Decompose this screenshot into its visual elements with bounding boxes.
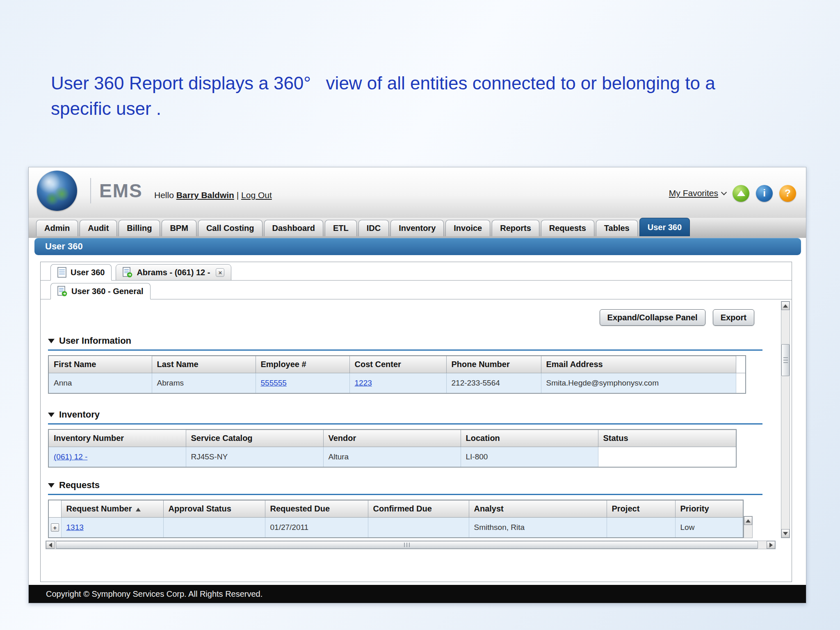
table-row: (061) 12 - RJ45S-NY Altura LI-800 xyxy=(48,447,736,468)
scroll-left-button[interactable] xyxy=(46,541,55,549)
requests-table: Request Number Approval Status Requested… xyxy=(48,500,744,538)
my-favorites-link[interactable]: My Favorites xyxy=(669,188,726,198)
tab-reports[interactable]: Reports xyxy=(492,220,539,236)
subtab-strip: User 360 - General xyxy=(41,281,792,299)
column-analyst[interactable]: Analyst xyxy=(469,500,607,518)
horizontal-scrollbar[interactable] xyxy=(46,541,776,549)
column-last-name[interactable]: Last Name xyxy=(152,356,256,373)
workspace-tabstrip: User 360 Abrams - (061) 12 - × xyxy=(41,262,792,281)
tab-requests[interactable]: Requests xyxy=(541,220,594,236)
section-rule xyxy=(48,423,762,425)
logout-link[interactable]: Log Out xyxy=(241,190,272,200)
vertical-scrollbar[interactable] xyxy=(781,301,790,538)
section-header-requests[interactable]: Requests xyxy=(48,480,100,491)
tab-invoice[interactable]: Invoice xyxy=(445,220,490,236)
greeting: Hello Barry Baldwin | Log Out xyxy=(154,190,272,200)
scroll-up-button[interactable] xyxy=(781,301,790,310)
breadcrumb-bar: User 360 xyxy=(34,238,801,255)
subtab-general[interactable]: User 360 - General xyxy=(50,283,151,299)
table-header-row: Inventory Number Service Catalog Vendor … xyxy=(48,429,736,447)
user-information-table: First Name Last Name Employee # Cost Cen… xyxy=(48,355,746,394)
workspace-tab-label: User 360 xyxy=(71,268,105,277)
cell-location: LI-800 xyxy=(461,447,598,468)
column-priority[interactable]: Priority xyxy=(675,500,743,518)
cost-center-link[interactable]: 1223 xyxy=(355,379,372,387)
tab-inventory[interactable]: Inventory xyxy=(390,220,444,236)
cell-analyst: Smithson, Rita xyxy=(469,518,607,538)
subtab-label: User 360 - General xyxy=(71,287,144,296)
tab-idc[interactable]: IDC xyxy=(358,220,389,236)
tab-dashboard[interactable]: Dashboard xyxy=(264,220,323,236)
column-first-name[interactable]: First Name xyxy=(48,356,152,373)
column-email-address[interactable]: Email Address xyxy=(541,356,736,373)
horizontal-scroll-thumb[interactable] xyxy=(56,541,758,549)
panel-actions: Expand/Collapse Panel Export xyxy=(600,309,754,326)
requests-scroll-up-button[interactable] xyxy=(744,516,752,525)
table-row: Anna Abrams 555555 1223 212-233-5564 Smi… xyxy=(48,373,746,394)
column-request-number[interactable]: Request Number xyxy=(61,500,163,518)
copyright-text: Copyright © Symphony Services Corp. All … xyxy=(46,589,262,599)
request-number-link[interactable]: 1313 xyxy=(66,523,84,532)
tab-etl[interactable]: ETL xyxy=(325,220,357,236)
workspace-tab-user360[interactable]: User 360 xyxy=(50,264,112,281)
tab-audit[interactable]: Audit xyxy=(80,220,117,236)
inventory-number-link[interactable]: (061) 12 - xyxy=(54,452,87,461)
cell-vendor: Altura xyxy=(323,447,461,468)
table-header-row: Request Number Approval Status Requested… xyxy=(48,500,743,518)
collapse-triangle-icon xyxy=(48,483,55,488)
tab-bpm[interactable]: BPM xyxy=(162,220,196,236)
tab-admin[interactable]: Admin xyxy=(36,220,78,236)
column-approval-status[interactable]: Approval Status xyxy=(163,500,265,518)
column-cost-center[interactable]: Cost Center xyxy=(349,356,446,373)
cell-last-name: Abrams xyxy=(152,373,256,394)
expand-column-header xyxy=(48,500,61,518)
cell-first-name: Anna xyxy=(48,373,152,394)
cell-requested-due: 01/27/2011 xyxy=(265,518,368,538)
column-location[interactable]: Location xyxy=(461,429,598,447)
column-confirmed-due[interactable]: Confirmed Due xyxy=(368,500,469,518)
column-status[interactable]: Status xyxy=(598,429,736,447)
caption-text: User 360 Report displays a 360° view of … xyxy=(51,71,789,121)
export-button[interactable]: Export xyxy=(713,309,754,326)
column-employee-number[interactable]: Employee # xyxy=(256,356,349,373)
column-vendor[interactable]: Vendor xyxy=(323,429,461,447)
column-phone-number[interactable]: Phone Number xyxy=(446,356,541,373)
scroll-right-button[interactable] xyxy=(767,541,775,549)
tab-billing[interactable]: Billing xyxy=(119,220,160,236)
tab-tables[interactable]: Tables xyxy=(596,220,638,236)
document-icon xyxy=(57,267,66,278)
table-row: + 1313 01/27/2011 Smithson, Rita Low xyxy=(48,518,743,538)
tab-user-360[interactable]: User 360 xyxy=(639,218,690,236)
requests-scrollbar[interactable] xyxy=(744,516,753,538)
section-title: Inventory xyxy=(59,409,100,420)
section-title: Requests xyxy=(59,480,100,491)
cell-confirmed-due xyxy=(368,518,469,538)
tab-call-costing[interactable]: Call Costing xyxy=(198,220,262,236)
cell-cost-center: 1223 xyxy=(349,373,446,394)
section-header-user-information[interactable]: User Information xyxy=(48,336,131,346)
help-icon[interactable]: ? xyxy=(779,185,796,202)
user-name-link[interactable]: Barry Baldwin xyxy=(176,190,234,200)
expand-collapse-button[interactable]: Expand/Collapse Panel xyxy=(600,309,705,326)
column-project[interactable]: Project xyxy=(607,500,675,518)
close-icon[interactable]: × xyxy=(216,268,224,277)
column-inventory-number[interactable]: Inventory Number xyxy=(48,429,186,447)
content-frame: User 360 Abrams - (061) 12 - × User 360 … xyxy=(40,262,792,582)
greeting-separator: | xyxy=(237,190,239,200)
cell-email-address: Smita.Hegde@symphonysv.com xyxy=(541,373,736,394)
vertical-scroll-thumb[interactable] xyxy=(781,344,790,376)
section-header-inventory[interactable]: Inventory xyxy=(48,409,100,420)
employee-number-link[interactable]: 555555 xyxy=(261,379,287,387)
cell-status xyxy=(598,447,736,468)
app-logo: EMS xyxy=(90,178,143,203)
expand-row-icon[interactable]: + xyxy=(51,523,59,532)
scroll-down-button[interactable] xyxy=(781,529,790,538)
info-icon[interactable]: i xyxy=(756,185,773,202)
my-favorites-label: My Favorites xyxy=(669,188,718,198)
column-requested-due[interactable]: Requested Due xyxy=(265,500,368,518)
section-rule xyxy=(48,349,762,351)
home-icon[interactable] xyxy=(733,185,749,202)
table-header-row: First Name Last Name Employee # Cost Cen… xyxy=(48,356,746,373)
workspace-tab-abrams[interactable]: Abrams - (061) 12 - × xyxy=(116,264,231,281)
column-service-catalog[interactable]: Service Catalog xyxy=(186,429,323,447)
